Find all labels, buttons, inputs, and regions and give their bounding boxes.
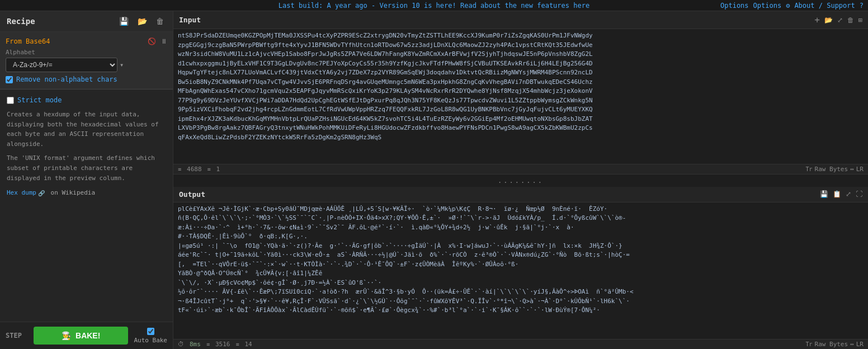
raw-bytes-icon: Tr [805, 166, 812, 172]
alphabet-label: Alphabet [6, 49, 167, 56]
options-label[interactable]: Options [753, 2, 782, 10]
output-line-count: 14 [244, 341, 252, 348]
clear-input-icon[interactable]: 🗑 [847, 16, 854, 24]
output-raw-bytes: Tr Raw Bytes ↔ LR [805, 341, 864, 348]
layout-input-icon[interactable]: ⊞ [858, 16, 862, 24]
options-link[interactable]: Options [720, 2, 749, 10]
output-raw-bytes-icon: Tr [805, 341, 812, 347]
delete-recipe-button[interactable]: 🗑 [154, 16, 166, 27]
wikipedia-link-text: on Wikipedia [51, 189, 95, 196]
top-bar-right: Options Options ⚙ About / Support ? [720, 2, 864, 10]
hex-dump-link[interactable]: Hex dump 🔗 [7, 188, 45, 198]
build-message: Last build: A year ago - Version 10 is h… [279, 2, 589, 10]
input-char-count: 4688 [187, 166, 202, 173]
auto-bake-area: Auto Bake [134, 328, 167, 344]
recipe-icons: 💾 📂 🗑 [117, 16, 166, 27]
desc-paragraph-1: Creates a hexdump of the input data, dis… [7, 110, 166, 149]
alphabet-row: A-Za-z0-9+/= ▾ [6, 58, 167, 72]
input-title: Input [179, 16, 201, 24]
left-panel: Recipe 💾 📂 🗑 From Base64 🚫 ⏸ Alphabet A-… [0, 11, 173, 349]
strict-mode-checkbox[interactable] [7, 97, 14, 104]
auto-bake-checkbox[interactable] [147, 328, 154, 335]
description-text: Creates a hexdump of the input data, dis… [7, 110, 166, 183]
output-char-count-icon: ≡ [206, 341, 210, 347]
step-label: STEP [6, 332, 28, 339]
bake-button[interactable]: 👨‍🍳 BAKE! [34, 327, 128, 345]
time-icon: ⏱ [178, 341, 184, 348]
expand-input-icon[interactable]: ⤢ [837, 16, 843, 24]
copy-output-icon[interactable]: 📋 [833, 190, 841, 198]
save-recipe-button[interactable]: 💾 [117, 16, 131, 27]
output-section-icons: 💾 📋 ⤢ ⛶ [820, 190, 862, 198]
disable-icon[interactable]: 🚫 [148, 37, 156, 45]
input-raw-bytes: Tr Raw Bytes ↔ LR [805, 166, 864, 173]
main-layout: Recipe 💾 📂 🗑 From Base64 🚫 ⏸ Alphabet A-… [0, 11, 868, 349]
dots-separator: ........ [173, 174, 868, 187]
input-char-count-icon: ≡ [178, 166, 181, 172]
open-recipe-button[interactable]: 📂 [135, 16, 149, 27]
about-label[interactable]: About / Support [794, 2, 855, 10]
output-raw-bytes-arrow: ↔ [850, 341, 854, 348]
desc-paragraph-2: The 'UNIX format' argument defines which… [7, 153, 166, 183]
input-section-header: Input + 📂 ⤢ 🗑 ⊞ [173, 11, 868, 29]
output-time: 8ms [190, 341, 201, 348]
output-content[interactable]: plCè£YAxXê ¬Jê·ÌGjK`·æ·Cbp+Sy0âÙ¯MDjqœè·… [173, 202, 868, 339]
lr-label: LR [856, 166, 864, 173]
fullscreen-output-icon[interactable]: ⛶ [856, 190, 862, 198]
input-content[interactable]: ntS8JPr5daDZEUmqe0KGZPOpMjTEMa0JXSSPu4tc… [173, 29, 868, 164]
output-lr-label: LR [856, 341, 864, 348]
external-link-icon: 🔗 [38, 189, 45, 197]
output-raw-bytes-label: Raw Bytes [815, 341, 848, 348]
output-section-header: Output 💾 📋 ⤢ ⛶ [173, 187, 868, 202]
help-icon[interactable]: ? [860, 2, 864, 10]
recipe-title: Recipe [7, 17, 35, 26]
strict-mode-row: Strict mode [7, 95, 166, 105]
strict-mode-label: Strict mode [17, 95, 62, 105]
output-char-count: 3516 [215, 341, 230, 348]
recipe-header: Recipe 💾 📂 🗑 [0, 11, 173, 32]
input-text: ntS8JPr5daDZEUmqe0KGZPOpMjTEMa0JXSSPu4tc… [178, 31, 864, 142]
right-panel: Input + 📂 ⤢ 🗑 ⊞ ntS8JPr5daDZEUmqe0KGZPOp… [173, 11, 868, 349]
input-line-count: 1 [216, 166, 220, 173]
pause-icon[interactable]: ⏸ [161, 37, 167, 45]
expand-output-icon[interactable]: ⤢ [846, 190, 851, 198]
ingredient-name: From Base64 [6, 37, 50, 45]
remove-non-alpha-checkbox[interactable] [6, 76, 13, 83]
output-section: Output 💾 📋 ⤢ ⛶ plCè£YAxXê ¬Jê·ÌGjK`·æ·Cb… [173, 187, 868, 350]
add-input-icon[interactable]: + [814, 15, 820, 25]
remove-non-alpha-row: Remove non-alphabet chars [6, 76, 167, 83]
ingredient-area: From Base64 🚫 ⏸ Alphabet A-Za-z0-9+/= ▾ … [0, 32, 173, 89]
output-status-bar: ⏱ 8ms ≡ 3516 ≡ 14 Tr Raw Bytes ↔ LR [173, 339, 868, 349]
remove-non-alpha-label[interactable]: Remove non-alphabet chars [6, 76, 117, 83]
dropdown-arrow-icon: ▾ [120, 61, 124, 69]
chef-icon: 👨‍🍳 [62, 331, 71, 340]
output-text: plCè£YAxXê ¬Jê·ÌGjK`·æ·Cbp+Sy0âÙ¯MDjqœè·… [178, 205, 864, 315]
gear-icon[interactable]: ⚙ [786, 2, 790, 10]
desc-link-area: Hex dump 🔗 on Wikipedia [7, 188, 166, 198]
raw-bytes-arrow: ↔ [850, 166, 854, 173]
input-line-icon: ≡ [207, 166, 211, 172]
open-input-icon[interactable]: 📂 [824, 16, 833, 24]
output-line-icon: ≡ [235, 341, 239, 347]
ingredient-label: From Base64 🚫 ⏸ [6, 37, 167, 45]
description-area: Strict mode Creates a hexdump of the inp… [0, 89, 173, 322]
bake-label: BAKE! [76, 331, 100, 340]
alphabet-select[interactable]: A-Za-z0-9+/= [6, 58, 117, 72]
top-bar: Last build: A year ago - Version 10 is h… [0, 0, 868, 11]
input-section: Input + 📂 ⤢ 🗑 ⊞ ntS8JPr5daDZEUmqe0KGZPOp… [173, 11, 868, 174]
raw-bytes-label: Raw Bytes [815, 166, 848, 173]
input-section-icons: + 📂 ⤢ 🗑 ⊞ [814, 15, 862, 25]
auto-bake-label: Auto Bake [134, 337, 167, 344]
output-title: Output [179, 190, 205, 199]
save-output-icon[interactable]: 💾 [820, 190, 828, 198]
input-status-bar: ≡ 4688 ≡ 1 Tr Raw Bytes ↔ LR [173, 164, 868, 174]
bottom-controls: STEP 👨‍🍳 BAKE! Auto Bake [0, 322, 173, 349]
